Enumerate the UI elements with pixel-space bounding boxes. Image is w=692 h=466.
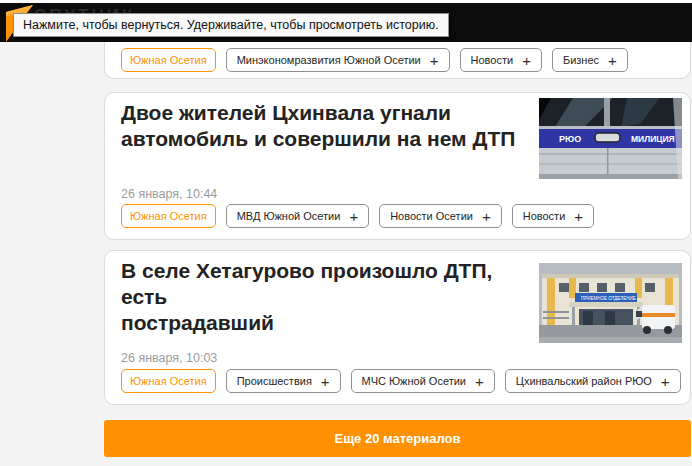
previous-article-tags-panel: Южная Осетия Минэкономразвития Южной Осе… bbox=[104, 42, 691, 79]
article-date: 26 января, 10:03 bbox=[121, 351, 217, 365]
tag-label: Новости bbox=[523, 210, 566, 222]
hospital-sign-text: ПРИЕМНОЕ ОТДЕЛЕНИЕ bbox=[581, 296, 636, 301]
article-date: 26 января, 10:44 bbox=[121, 187, 217, 201]
tag-label: Новости Осетии bbox=[390, 210, 473, 222]
article-tagrow: Южная Осетия МВД Южной Осетии + Новости … bbox=[121, 204, 594, 228]
article-card: Двое жителей Цхинвала угнали автомобиль … bbox=[104, 92, 691, 240]
tag-label: Новости bbox=[471, 54, 514, 66]
tag-chip[interactable]: Новости Осетии + bbox=[379, 204, 502, 228]
police-car-text-left: РЮО bbox=[559, 134, 581, 144]
police-car-text-right: МИЛИЦИЯ bbox=[631, 134, 675, 144]
tag-label: Цхинвальский район РЮО bbox=[516, 375, 652, 387]
tag-label: МЧС Южной Осетии bbox=[362, 375, 466, 387]
plus-icon: + bbox=[522, 53, 531, 68]
tag-chip[interactable]: Минэкономразвития Южной Осетии + bbox=[226, 48, 450, 72]
article-photo-police-car[interactable]: РЮО МИЛИЦИЯ bbox=[539, 98, 682, 179]
hospital-illustration: ПРИЕМНОЕ ОТДЕЛЕНИЕ bbox=[539, 263, 682, 343]
back-history-tooltip: Нажмите, чтобы вернуться. Удерживайте, ч… bbox=[13, 13, 449, 37]
tag-label: Минэкономразвития Южной Осетии bbox=[237, 54, 421, 66]
plus-icon: + bbox=[608, 53, 617, 68]
tag-region[interactable]: Южная Осетия bbox=[121, 48, 216, 72]
tag-region[interactable]: Южная Осетия bbox=[121, 204, 216, 228]
tag-chip[interactable]: Происшествия + bbox=[226, 369, 341, 393]
tag-label: МВД Южной Осетии bbox=[237, 210, 341, 222]
tag-chip[interactable]: Новости + bbox=[460, 48, 542, 72]
article-tagrow: Южная Осетия Происшествия + МЧС Южной Ос… bbox=[121, 369, 681, 393]
article-title[interactable]: Двое жителей Цхинвала угнали автомобиль … bbox=[121, 100, 541, 152]
plus-icon: + bbox=[349, 209, 358, 224]
site-header: СПУТНИК Нажмите, чтобы вернуться. Удержи… bbox=[0, 0, 692, 42]
plus-icon: + bbox=[475, 374, 484, 389]
tag-label: Происшествия bbox=[237, 375, 312, 387]
tag-label: Бизнес bbox=[563, 54, 599, 66]
plus-icon: + bbox=[430, 53, 439, 68]
article-photo-hospital[interactable]: ПРИЕМНОЕ ОТДЕЛЕНИЕ bbox=[539, 263, 682, 343]
article-card: В селе Хетагурово произошло ДТП, есть по… bbox=[104, 250, 691, 405]
tag-region[interactable]: Южная Осетия bbox=[121, 369, 216, 393]
tag-chip[interactable]: Цхинвальский район РЮО + bbox=[505, 369, 681, 393]
tag-chip[interactable]: МВД Южной Осетии + bbox=[226, 204, 370, 228]
plus-icon: + bbox=[574, 209, 583, 224]
article-title[interactable]: В селе Хетагурово произошло ДТП, есть по… bbox=[121, 258, 541, 336]
tag-chip[interactable]: Бизнес + bbox=[552, 48, 628, 72]
police-car-illustration: РЮО МИЛИЦИЯ bbox=[539, 98, 682, 179]
tag-chip[interactable]: Новости + bbox=[512, 204, 594, 228]
tag-chip[interactable]: МЧС Южной Осетии + bbox=[351, 369, 495, 393]
plus-icon: + bbox=[321, 374, 330, 389]
plus-icon: + bbox=[482, 209, 491, 224]
load-more-button[interactable]: Еще 20 материалов bbox=[104, 420, 691, 457]
plus-icon: + bbox=[661, 374, 670, 389]
